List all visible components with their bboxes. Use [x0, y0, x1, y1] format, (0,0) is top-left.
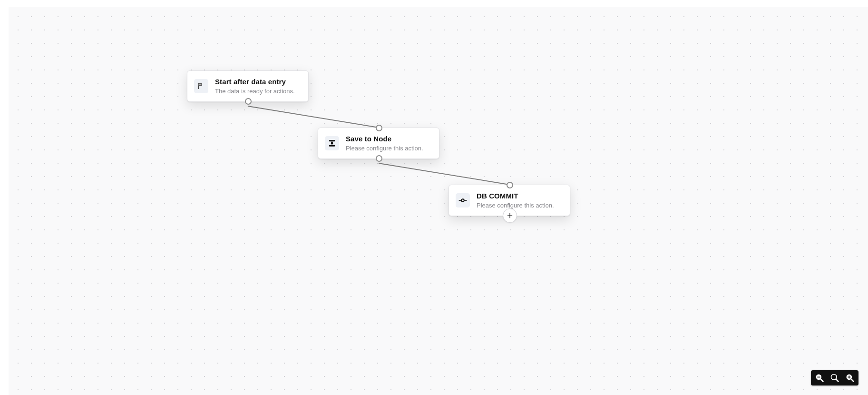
flag-icon [194, 79, 208, 93]
node-save[interactable]: Save to Node Please configure this actio… [318, 128, 439, 159]
node-title: DB COMMIT [477, 192, 554, 200]
node-subtitle: Please configure this action. [346, 145, 423, 152]
node-commit[interactable]: DB COMMIT Please configure this action. [449, 185, 570, 216]
svg-point-7 [461, 199, 464, 202]
add-step-button[interactable] [503, 208, 517, 223]
node-title: Save to Node [346, 135, 423, 143]
svg-line-0 [248, 106, 379, 128]
node-start[interactable]: Start after data entry The data is ready… [187, 70, 309, 102]
svg-line-14 [851, 379, 854, 382]
svg-rect-3 [329, 145, 335, 147]
port-in[interactable] [507, 182, 513, 188]
svg-line-12 [836, 379, 839, 382]
svg-line-1 [379, 163, 509, 185]
svg-line-9 [821, 379, 823, 382]
node-down-icon [325, 136, 339, 150]
node-subtitle: Please configure this action. [477, 202, 554, 209]
svg-rect-2 [329, 140, 335, 141]
zoom-in-button[interactable] [844, 372, 856, 384]
commit-icon [456, 193, 470, 207]
zoom-out-button[interactable] [814, 372, 825, 384]
port-out[interactable] [376, 155, 382, 162]
zoom-reset-button[interactable] [829, 372, 840, 384]
workflow-canvas[interactable]: Start after data entry The data is ready… [9, 7, 868, 395]
edge-layer [9, 7, 868, 395]
port-in[interactable] [376, 125, 382, 131]
zoom-controls [811, 370, 858, 385]
svg-point-4 [331, 142, 333, 145]
port-out[interactable] [245, 98, 252, 105]
node-title: Start after data entry [215, 78, 295, 86]
node-subtitle: The data is ready for actions. [215, 88, 295, 95]
